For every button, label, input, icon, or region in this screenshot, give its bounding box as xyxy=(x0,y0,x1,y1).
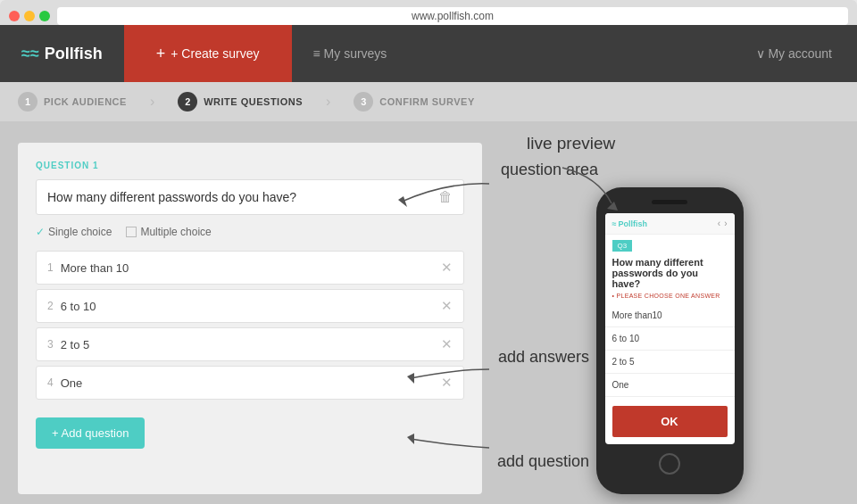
answer-num: 4 xyxy=(47,376,54,389)
phone-answer-3[interactable]: 2 to 5 xyxy=(605,351,735,374)
answer-text: 6 to 10 xyxy=(61,300,441,313)
traffic-light-red xyxy=(9,11,20,21)
answer-remove-icon[interactable]: ✕ xyxy=(441,336,453,352)
answer-remove-icon[interactable]: ✕ xyxy=(441,260,453,276)
answer-text: More than 10 xyxy=(61,261,441,275)
step-2[interactable]: 2 WRITE QUESTIONS xyxy=(163,92,317,112)
answer-row: 2 6 to 10 ✕ xyxy=(36,289,464,323)
phone-please: • PLEASE CHOOSE ONE ANSWER xyxy=(605,293,735,304)
phone-header: ≈ Pollfish ‹ › xyxy=(605,213,735,235)
phone-logo-text: Pollfish xyxy=(618,219,647,228)
phone-home-button[interactable] xyxy=(659,453,680,475)
question-panel: QUESTION 1 How many different passwords … xyxy=(18,143,482,494)
top-nav: ≈≈ Pollfish + + Create survey ≡ My surve… xyxy=(0,25,857,82)
phone-mockup: ≈ Pollfish ‹ › Q3 How many different pas… xyxy=(596,187,744,494)
app: ≈≈ Pollfish + + Create survey ≡ My surve… xyxy=(0,25,857,504)
step-2-label: WRITE QUESTIONS xyxy=(204,96,303,107)
step-arrow-2: › xyxy=(326,94,330,110)
step-3-label: CONFIRM SURVEY xyxy=(379,96,474,107)
step-3[interactable]: 3 CONFIRM SURVEY xyxy=(339,92,488,112)
checkbox-sq-icon xyxy=(126,227,137,237)
answer-num: 3 xyxy=(47,338,54,351)
step-1-label: PICK AUDIENCE xyxy=(44,96,127,107)
live-preview-arrow xyxy=(553,159,625,212)
multiple-choice-option[interactable]: Multiple choice xyxy=(126,226,211,238)
question-label: QUESTION 1 xyxy=(36,161,464,170)
logo-text: Pollfish xyxy=(45,45,103,63)
address-bar[interactable]: www.pollfish.com xyxy=(57,7,848,25)
step-1[interactable]: 1 PICK AUDIENCE xyxy=(18,92,141,112)
add-question-button[interactable]: + Add question xyxy=(36,417,145,449)
plus-icon: + xyxy=(156,45,166,63)
annotation-question-area-arrow xyxy=(384,175,491,219)
single-choice-label: Single choice xyxy=(48,226,112,238)
phone-ok-button[interactable]: OK xyxy=(612,406,728,437)
answer-remove-icon[interactable]: ✕ xyxy=(441,298,453,314)
answer-text: 2 to 5 xyxy=(61,338,441,351)
step-3-circle: 3 xyxy=(354,92,373,112)
question-text: How many different passwords do you have… xyxy=(47,190,438,204)
steps-bar: 1 PICK AUDIENCE › 2 WRITE QUESTIONS › 3 … xyxy=(0,82,857,121)
traffic-light-green xyxy=(39,11,50,21)
svg-marker-3 xyxy=(607,202,618,211)
answer-row: 1 More than 10 ✕ xyxy=(36,251,464,285)
preview-section: live preview ≈ Pollfish ‹ › xyxy=(500,143,839,494)
svg-marker-1 xyxy=(407,373,414,384)
phone-nav: ‹ › xyxy=(718,219,728,228)
answer-text: One xyxy=(61,376,441,390)
phone-answer-4[interactable]: One xyxy=(605,374,735,397)
my-account-label: ∨ My account xyxy=(756,46,832,61)
multiple-choice-label: Multiple choice xyxy=(140,226,211,238)
phone-forward-icon[interactable]: › xyxy=(724,219,727,228)
single-choice-option[interactable]: ✓ Single choice xyxy=(36,226,112,238)
create-survey-label: + Create survey xyxy=(171,46,259,61)
my-account-button[interactable]: ∨ My account xyxy=(731,25,857,82)
main-content: QUESTION 1 How many different passwords … xyxy=(0,121,857,504)
live-preview-label: live preview xyxy=(527,134,615,153)
my-surveys-label: ≡ My surveys xyxy=(313,46,387,61)
phone-speaker xyxy=(652,200,687,204)
phone-back-icon[interactable]: ‹ xyxy=(718,219,720,228)
phone-wave-icon: ≈ xyxy=(612,219,617,228)
choice-types: ✓ Single choice Multiple choice xyxy=(36,226,464,238)
phone-answer-1[interactable]: More than10 xyxy=(605,304,735,327)
traffic-lights xyxy=(9,11,50,21)
waveform-icon: ≈≈ xyxy=(21,45,39,63)
nav-logo: ≈≈ Pollfish xyxy=(0,25,124,82)
svg-marker-0 xyxy=(398,196,407,207)
checkmark-icon: ✓ xyxy=(36,226,45,238)
phone-screen: ≈ Pollfish ‹ › Q3 How many different pas… xyxy=(605,213,735,444)
step-2-circle: 2 xyxy=(178,92,197,112)
svg-marker-2 xyxy=(407,434,414,444)
phone-answer-2[interactable]: 6 to 10 xyxy=(605,327,735,351)
traffic-light-yellow xyxy=(24,11,35,21)
annotation-add-question-arrow xyxy=(393,421,491,457)
my-surveys-button[interactable]: ≡ My surveys xyxy=(292,25,409,82)
step-1-circle: 1 xyxy=(18,92,37,112)
create-survey-button[interactable]: + + Create survey xyxy=(124,25,292,82)
answer-num: 2 xyxy=(47,300,54,312)
phone-q-text: How many different passwords do you have… xyxy=(605,253,735,293)
answer-num: 1 xyxy=(47,261,54,274)
annotation-add-answers-arrow xyxy=(393,360,491,396)
browser-chrome: www.pollfish.com xyxy=(0,0,857,25)
step-arrow-1: › xyxy=(150,94,154,110)
phone-q-num-badge: Q3 xyxy=(612,240,633,252)
answer-row: 3 2 to 5 ✕ xyxy=(36,327,464,361)
phone-logo: ≈ Pollfish xyxy=(612,219,647,228)
